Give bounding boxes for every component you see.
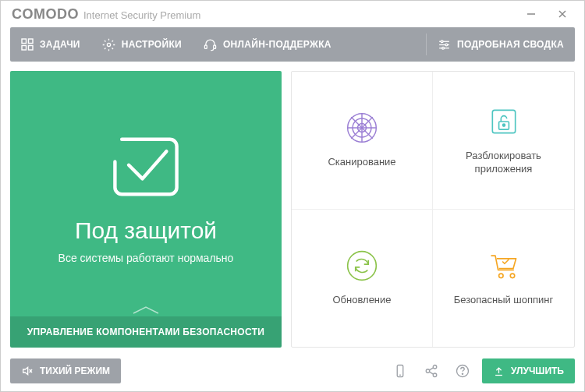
tile-scan-label: Сканирование bbox=[328, 156, 395, 169]
svg-point-15 bbox=[442, 47, 445, 49]
svg-rect-5 bbox=[22, 46, 27, 51]
upgrade-label: УЛУЧШИТЬ bbox=[511, 366, 564, 376]
tile-shopping[interactable]: Безопасный шоппинг bbox=[433, 210, 574, 348]
tile-shopping-label: Безопасный шоппинг bbox=[454, 294, 554, 307]
toolbar-settings-label: НАСТРОЙКИ bbox=[122, 39, 182, 50]
svg-rect-9 bbox=[214, 45, 216, 48]
tile-update-label: Обновление bbox=[332, 294, 391, 307]
grid-icon bbox=[21, 38, 34, 51]
tile-unblock[interactable]: Разблокировать приложения bbox=[433, 72, 574, 210]
toolbar-tasks[interactable]: ЗАДАЧИ bbox=[10, 27, 91, 62]
mobile-icon bbox=[393, 364, 407, 378]
radar-icon bbox=[345, 111, 379, 145]
tile-scan[interactable]: Сканирование bbox=[292, 72, 433, 210]
svg-point-34 bbox=[426, 369, 430, 373]
manage-components-button[interactable]: УПРАВЛЕНИЕ КОМПОНЕНТАМИ БЕЗОПАСНОСТИ bbox=[10, 316, 282, 348]
headset-icon bbox=[204, 38, 217, 51]
svg-rect-6 bbox=[29, 46, 34, 51]
manage-components-label: УПРАВЛЕНИЕ КОМПОНЕНТАМИ БЕЗОПАСНОСТИ bbox=[27, 327, 264, 337]
svg-point-33 bbox=[433, 366, 437, 369]
toolbar: ЗАДАЧИ НАСТРОЙКИ ОНЛАЙН-ПОДДЕРЖКА ПОДРОБ… bbox=[10, 27, 575, 62]
svg-rect-8 bbox=[204, 45, 207, 48]
svg-point-13 bbox=[441, 40, 443, 42]
toolbar-summary[interactable]: ПОДРОБНАЯ СВОДКА bbox=[427, 27, 575, 62]
toolbar-tasks-label: ЗАДАЧИ bbox=[40, 39, 80, 50]
help-button[interactable] bbox=[451, 359, 474, 383]
titlebar: COMODO Internet Security Premium bbox=[1, 1, 584, 27]
svg-point-28 bbox=[510, 274, 515, 278]
content: Под защитой Все системы работают нормаль… bbox=[1, 62, 584, 357]
chevron-up-icon bbox=[130, 304, 161, 315]
app-window: COMODO Internet Security Premium ЗАДАЧИ … bbox=[0, 0, 585, 392]
brand-logo: COMODO bbox=[12, 6, 79, 23]
sliders-icon bbox=[438, 38, 451, 51]
silent-mode-button[interactable]: ТИХИЙ РЕЖИМ bbox=[10, 358, 121, 383]
svg-line-37 bbox=[429, 372, 433, 374]
upload-icon bbox=[493, 366, 505, 377]
toolbar-support-label: ОНЛАЙН-ПОДДЕРЖКА bbox=[223, 39, 332, 50]
svg-point-14 bbox=[445, 44, 448, 46]
status-title: Под защитой bbox=[75, 217, 217, 244]
svg-line-36 bbox=[429, 368, 433, 370]
toolbar-summary-label: ПОДРОБНАЯ СВОДКА bbox=[457, 39, 564, 50]
gear-icon bbox=[102, 38, 115, 51]
svg-point-7 bbox=[107, 43, 110, 46]
svg-point-39 bbox=[462, 373, 463, 374]
checkmark-icon bbox=[103, 124, 189, 210]
svg-point-26 bbox=[348, 252, 377, 281]
footer: ТИХИЙ РЕЖИМ УЛУЧШИТЬ bbox=[1, 357, 584, 391]
share-button[interactable] bbox=[420, 359, 443, 383]
toolbar-support[interactable]: ОНЛАЙН-ПОДДЕРЖКА bbox=[193, 27, 342, 62]
svg-point-27 bbox=[498, 274, 503, 278]
unlock-icon bbox=[487, 104, 521, 139]
svg-point-35 bbox=[433, 373, 437, 377]
svg-rect-4 bbox=[29, 39, 34, 44]
status-panel: Под защитой Все системы работают нормаль… bbox=[10, 71, 282, 348]
mute-icon bbox=[21, 365, 34, 377]
refresh-icon bbox=[345, 249, 379, 283]
tile-unblock-label: Разблокировать приложения bbox=[441, 150, 566, 176]
status-subtitle: Все системы работают нормально bbox=[58, 252, 234, 264]
window-controls bbox=[516, 3, 578, 25]
minimize-icon bbox=[526, 9, 536, 19]
tile-update[interactable]: Обновление bbox=[292, 210, 433, 348]
upgrade-button[interactable]: УЛУЧШИТЬ bbox=[482, 358, 575, 383]
close-button[interactable] bbox=[547, 3, 578, 25]
status-body: Под защитой Все системы работают нормаль… bbox=[10, 71, 282, 316]
silent-mode-label: ТИХИЙ РЕЖИМ bbox=[40, 366, 110, 376]
cart-icon bbox=[487, 249, 521, 283]
minimize-button[interactable] bbox=[516, 3, 547, 25]
toolbar-settings[interactable]: НАСТРОЙКИ bbox=[91, 27, 193, 62]
toolbar-spacer bbox=[342, 27, 426, 62]
mobile-button[interactable] bbox=[388, 359, 412, 383]
tiles-grid: Сканирование Разблокировать приложения bbox=[291, 71, 575, 348]
close-icon bbox=[558, 9, 567, 19]
product-name: Internet Security Premium bbox=[83, 9, 200, 21]
share-icon bbox=[424, 364, 438, 378]
svg-rect-3 bbox=[22, 39, 27, 44]
brand: COMODO Internet Security Premium bbox=[12, 6, 200, 23]
svg-point-25 bbox=[502, 124, 505, 126]
help-icon bbox=[456, 364, 470, 378]
